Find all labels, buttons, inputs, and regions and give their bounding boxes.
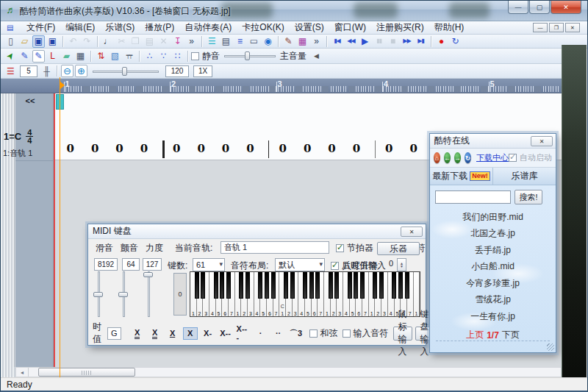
menu-item[interactable]: 窗口(W) [329,21,371,34]
score-view-button[interactable]: ▤ [220,35,232,48]
metronome-checkbox[interactable] [336,244,344,252]
black-key[interactable] [290,272,295,299]
mouse-input-button[interactable]: 鼠标输入 [393,327,412,341]
autostart-option[interactable]: 自动启动 [509,152,552,163]
pencil-tool-button[interactable]: ✎ [18,50,31,63]
close-button[interactable]: ✕ [551,1,581,14]
input-note-checkbox[interactable] [343,329,351,338]
record-pen-button[interactable]: ✎ [282,35,295,48]
song-list-item[interactable]: 北国之春.jp [470,226,515,243]
save-all-button[interactable]: ▣ [46,35,59,48]
song-list-item[interactable]: 今宵多珍重.jp [466,275,520,292]
home-icon[interactable]: ⌂ [434,152,440,163]
duration-button[interactable]: X [148,327,162,340]
web-button[interactable]: ◉ [262,35,274,48]
black-key[interactable] [284,272,288,299]
song-search-input[interactable] [435,190,511,204]
song-list-item[interactable]: 丢手绢.jp [475,242,511,259]
refresh-icon[interactable]: ↻ [465,152,471,163]
black-key[interactable] [315,272,320,299]
duration-button[interactable]: X--- [236,327,251,340]
black-key[interactable] [354,272,358,299]
undo-button[interactable]: ↶ [67,35,79,48]
menu-item[interactable]: 帮助(H) [429,21,470,34]
black-key[interactable] [220,272,224,299]
octave-spinner[interactable]: ▲▼ [397,258,406,271]
black-key[interactable] [392,272,396,299]
menu-item[interactable]: 乐谱(S) [100,21,140,34]
menu-item[interactable]: 注册购买(R) [371,21,429,34]
black-key[interactable] [329,272,333,299]
black-key[interactable] [258,272,262,299]
black-key[interactable] [348,272,352,299]
metronome-option[interactable]: 节拍器 [336,242,373,254]
playhead-line[interactable] [60,77,60,377]
track-view-button[interactable]: ☰ [206,35,218,48]
rest-note[interactable]: 0 [140,142,148,155]
playhead-marker[interactable] [60,82,65,89]
black-key[interactable] [398,272,403,299]
pitch-bend-slider[interactable] [93,271,104,317]
online-panel-titlebar[interactable]: 酷特在线 ✕ [430,134,556,149]
rest-note[interactable]: 0 [91,142,98,155]
rest-note[interactable]: 0 [328,142,335,155]
online-panel-close-button[interactable]: ✕ [531,136,553,146]
rest-note[interactable]: 0 [115,142,123,155]
more-buttons-2[interactable]: » [310,35,323,48]
child-close-button[interactable]: ✕ [565,23,580,32]
measure-count-box[interactable]: 5 [20,65,37,77]
white-key[interactable]: 1 [414,272,420,316]
duration-button[interactable]: X [183,327,198,340]
child-restore-button[interactable]: ❐ [549,23,564,32]
volume-slider[interactable] [224,51,276,61]
copy-button[interactable]: ❐ [129,35,142,48]
zoom-out-button[interactable]: ⊖ [61,65,74,77]
tempo-slider[interactable] [93,66,159,76]
chord-lines-button[interactable]: ☰ [4,65,17,77]
play-button[interactable]: ▶ [359,35,371,48]
tab-score-library[interactable]: 乐谱库 [492,168,556,185]
tempo-box[interactable]: 120 [165,65,189,77]
scroll-left-arrow[interactable]: ◂ [16,368,29,377]
back-icon[interactable]: ← [444,152,451,163]
song-list-item[interactable]: 一生有你.jp [470,308,515,325]
black-key[interactable] [265,272,269,299]
menu-item[interactable]: 编辑(E) [60,21,100,34]
rest-note[interactable]: 0 [304,142,311,155]
menu-item[interactable]: 卡拉OK(K) [237,21,289,34]
rest-note[interactable]: 0 [197,142,204,155]
black-key[interactable] [271,272,276,299]
grid-tool-button[interactable]: ▦ [74,50,87,63]
next-page-link[interactable]: 下页 [502,329,520,341]
autostart-checkbox[interactable] [509,154,517,162]
fast-forward-button[interactable]: ▶▶ [401,35,413,48]
menu-item[interactable]: 文件(F) [21,21,60,34]
song-list-item[interactable]: 我们的田野.mid [462,209,523,226]
rest-note[interactable]: 0 [409,142,417,155]
vibrato-slider[interactable] [118,271,129,317]
rest-note[interactable]: 0 [246,142,254,155]
black-key[interactable] [360,272,365,299]
midi-dialog-close-button[interactable]: ✕ [401,227,423,237]
song-list-item[interactable]: 雪绒花.jp [475,292,511,309]
black-key[interactable] [239,272,243,299]
chord-checkbox[interactable] [309,329,318,338]
beam-group-2-button[interactable]: ∵ [157,50,170,63]
forward-icon[interactable]: → [454,152,461,163]
staff-view-button[interactable]: ≡ [234,35,246,48]
minimize-button[interactable]: — [508,1,528,14]
midi-dialog-titlebar[interactable]: MIDI 键盘 ✕ [88,224,426,239]
download-center-link[interactable]: 下载中心 [476,152,509,163]
black-key[interactable] [309,272,314,299]
pencil-select-button[interactable]: ✎ [32,50,45,63]
rest-note[interactable]: 0 [279,142,287,155]
stop-button[interactable]: ■ [387,35,399,48]
eraser-tool-button[interactable]: ▰ [60,50,73,63]
child-minimize-button[interactable]: — [533,23,548,32]
black-key[interactable] [379,272,384,299]
karaoke-button[interactable]: ▦ [296,35,309,48]
black-key[interactable] [373,272,377,299]
rest-note[interactable]: 0 [67,142,74,155]
input-note-option[interactable]: 输入音符 [343,327,389,340]
duration-button[interactable]: X [130,327,145,340]
